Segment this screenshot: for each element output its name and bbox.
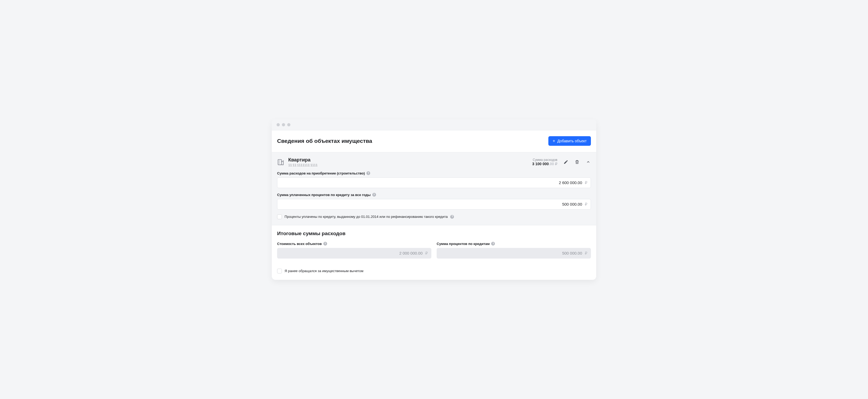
svg-rect-0 [278, 160, 282, 165]
add-object-button[interactable]: + Добавить объект [548, 136, 591, 146]
prior-deduction-label: Я ранее обращался за имущественным вычет… [284, 269, 363, 273]
card-header: Квартира 11:11:1111111:1111 Сумма расход… [277, 157, 591, 167]
ruble-icon: ₽ [585, 202, 587, 207]
property-card: Квартира 11:11:1111111:1111 Сумма расход… [272, 152, 596, 225]
delete-button[interactable] [575, 159, 580, 165]
totals-section: Итоговые суммы расходов Стоимость всех о… [272, 225, 596, 280]
card-title-block: Квартира 11:11:1111111:1111 [288, 157, 317, 167]
window-titlebar [272, 119, 596, 130]
totals-title: Итоговые суммы расходов [277, 231, 591, 237]
help-icon[interactable]: ? [367, 171, 370, 175]
total-objects-label: Стоимость всех объектов ? [277, 242, 431, 246]
page-title: Сведения об объектах имущества [277, 138, 372, 144]
pre-2014-checkbox-row: Проценты уплачены по кредиту, выданному … [277, 214, 591, 219]
total-objects-field: ₽ [277, 248, 431, 258]
help-icon[interactable]: ? [323, 242, 327, 246]
window-control-maximize[interactable] [287, 123, 290, 126]
window-control-minimize[interactable] [282, 123, 285, 126]
expense-summary-label: Сумма расходов [532, 158, 557, 162]
prior-deduction-row: Я ранее обращался за имущественным вычет… [277, 269, 591, 273]
ruble-icon: ₽ [585, 251, 587, 256]
total-interest-field: ₽ [437, 248, 591, 258]
plus-icon: + [553, 139, 555, 143]
help-icon[interactable]: ? [450, 215, 454, 219]
window-control-close[interactable] [277, 123, 280, 126]
expense-summary: Сумма расходов 3 100 000.00 ₽ [532, 158, 557, 166]
app-window: Сведения об объектах имущества + Добавит… [272, 119, 596, 280]
total-interest-label: Сумма процентов по кредитам ? [437, 242, 591, 246]
interest-paid-input[interactable] [281, 202, 582, 207]
prior-deduction-checkbox[interactable] [277, 269, 282, 273]
trash-icon [575, 159, 580, 165]
pre-2014-checkbox[interactable] [277, 214, 282, 219]
acquisition-cost-field[interactable]: ₽ [277, 177, 591, 188]
card-header-actions: Сумма расходов 3 100 000.00 ₽ [532, 158, 591, 166]
help-icon[interactable]: ? [491, 242, 495, 246]
pre-2014-label: Проценты уплачены по кредиту, выданному … [284, 215, 447, 219]
pencil-icon [563, 160, 568, 164]
ruble-icon: ₽ [585, 180, 587, 185]
property-type: Квартира [288, 157, 317, 163]
totals-grid: Стоимость всех объектов ? ₽ Сумма процен… [277, 242, 591, 263]
total-objects-input [281, 251, 423, 255]
acquisition-cost-input[interactable] [281, 180, 582, 185]
total-interest-input [440, 251, 582, 255]
building-icon [277, 158, 284, 166]
section-header: Сведения об объектах имущества + Добавит… [272, 130, 596, 152]
edit-button[interactable] [563, 159, 568, 165]
interest-paid-field[interactable]: ₽ [277, 199, 591, 210]
ruble-icon: ₽ [425, 251, 428, 256]
expense-summary-value: 3 100 000.00 ₽ [532, 162, 557, 166]
chevron-up-icon [586, 160, 590, 164]
acquisition-cost-label: Сумма расходов на приобретение (строител… [277, 171, 591, 175]
total-objects-cost: Стоимость всех объектов ? ₽ [277, 242, 431, 263]
total-credit-interest: Сумма процентов по кредитам ? ₽ [437, 242, 591, 263]
collapse-toggle[interactable] [586, 159, 591, 165]
interest-paid-label: Сумма уплаченных процентов по кредиту за… [277, 193, 591, 197]
cadastral-number: 11:11:1111111:1111 [288, 163, 317, 167]
help-icon[interactable]: ? [372, 193, 376, 196]
add-object-label: Добавить объект [557, 139, 587, 143]
